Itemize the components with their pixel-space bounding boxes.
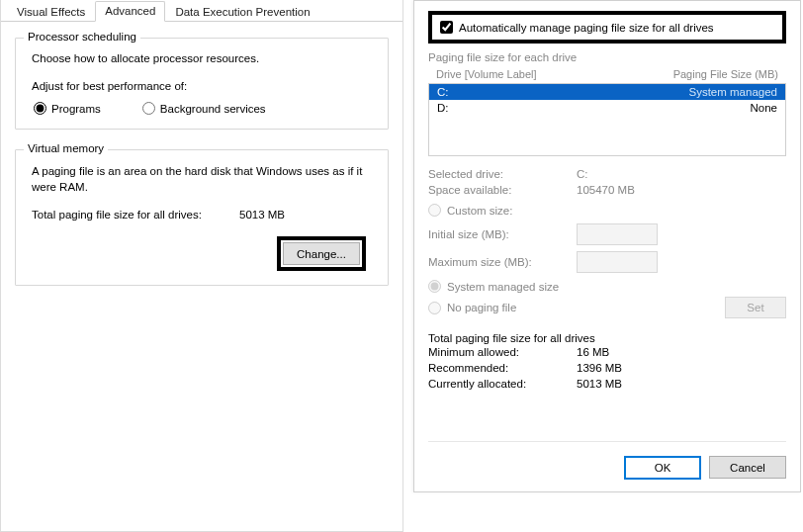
auto-manage-label: Automatically manage paging file size fo… [459, 22, 714, 34]
min-label: Minimum allowed: [428, 346, 577, 358]
advanced-tab-body: Processor scheduling Choose how to alloc… [1, 22, 402, 321]
tab-dep[interactable]: Data Execution Prevention [165, 2, 319, 22]
set-button: Set [725, 297, 786, 318]
radio-custom-size-label: Custom size: [447, 205, 512, 217]
ok-button[interactable]: OK [624, 456, 701, 480]
radio-background-label: Background services [160, 103, 266, 115]
vm-total-label: Total paging file size for all drives: [32, 209, 239, 221]
maximum-size-label: Maximum size (MB): [428, 256, 577, 268]
cur-value: 5013 MB [577, 378, 622, 390]
drive-list-header: Drive [Volume Label] Paging File Size (M… [428, 65, 786, 83]
initial-size-label: Initial size (MB): [428, 228, 577, 240]
cur-label: Currently allocated: [428, 378, 577, 390]
maximum-size-input [577, 251, 658, 273]
vm-total-value: 5013 MB [239, 209, 285, 221]
drive-row-c-size: System managed [689, 86, 778, 98]
space-available-value: 105470 MB [577, 184, 635, 196]
radio-system-managed-input [428, 280, 441, 293]
virtual-memory-group: Virtual memory A paging file is an area … [15, 149, 389, 286]
tab-strip: Visual Effects Advanced Data Execution P… [1, 0, 402, 22]
drive-list-heading: Paging file size for each drive [428, 51, 786, 63]
drive-list[interactable]: C: System managed D: None [428, 83, 786, 156]
change-button-highlight: Change... [277, 236, 366, 271]
adjust-for-label: Adjust for best performance of: [32, 80, 374, 92]
virtual-memory-dialog: Automatically manage paging file size fo… [413, 0, 801, 492]
rec-value: 1396 MB [577, 362, 622, 374]
auto-manage-highlight: Automatically manage paging file size fo… [428, 11, 786, 44]
drive-row-c-label: C: [437, 86, 689, 98]
drive-row-d-label: D: [437, 102, 751, 114]
drive-row-c[interactable]: C: System managed [429, 84, 785, 100]
space-available-label: Space available: [428, 184, 577, 196]
initial-size-input [577, 223, 658, 245]
selected-drive-value: C: [577, 168, 588, 180]
radio-background-input[interactable] [142, 102, 155, 115]
radio-system-managed: System managed size [428, 280, 786, 293]
radio-system-managed-label: System managed size [447, 281, 559, 293]
radio-custom-size-input [428, 204, 441, 217]
tab-visual-effects[interactable]: Visual Effects [7, 2, 95, 22]
radio-custom-size: Custom size: [428, 204, 786, 217]
radio-no-paging-input [428, 302, 441, 314]
drive-row-d-size: None [751, 102, 778, 114]
min-value: 16 MB [577, 346, 609, 358]
change-button[interactable]: Change... [283, 242, 360, 265]
virtual-memory-legend: Virtual memory [24, 142, 108, 154]
col-drive-label: Drive [Volume Label] [436, 68, 673, 80]
auto-manage-checkbox-row[interactable]: Automatically manage paging file size fo… [440, 21, 774, 34]
selected-drive-label: Selected drive: [428, 168, 577, 180]
performance-options-dialog: Visual Effects Advanced Data Execution P… [0, 0, 403, 532]
radio-programs[interactable]: Programs [34, 102, 101, 115]
drive-row-d[interactable]: D: None [429, 100, 785, 116]
auto-manage-checkbox[interactable] [440, 21, 453, 34]
totals-group: Total paging file size for all drives Mi… [428, 332, 786, 394]
col-size-label: Paging File Size (MB) [673, 68, 778, 80]
dialog-footer: OK Cancel [428, 441, 786, 480]
virtual-memory-desc: A paging file is an area on the hard dis… [32, 164, 374, 195]
totals-heading: Total paging file size for all drives [428, 332, 786, 344]
processor-scheduling-legend: Processor scheduling [24, 31, 140, 43]
radio-background[interactable]: Background services [142, 102, 266, 115]
radio-programs-label: Programs [51, 103, 101, 115]
rec-label: Recommended: [428, 362, 577, 374]
processor-scheduling-group: Processor scheduling Choose how to alloc… [15, 38, 389, 130]
radio-programs-input[interactable] [34, 102, 46, 115]
cancel-button[interactable]: Cancel [709, 456, 786, 479]
tab-advanced[interactable]: Advanced [95, 1, 165, 22]
processor-scheduling-desc: Choose how to allocate processor resourc… [32, 52, 374, 64]
radio-no-paging-label: No paging file [447, 302, 516, 313]
radio-no-paging: No paging file [428, 302, 725, 314]
